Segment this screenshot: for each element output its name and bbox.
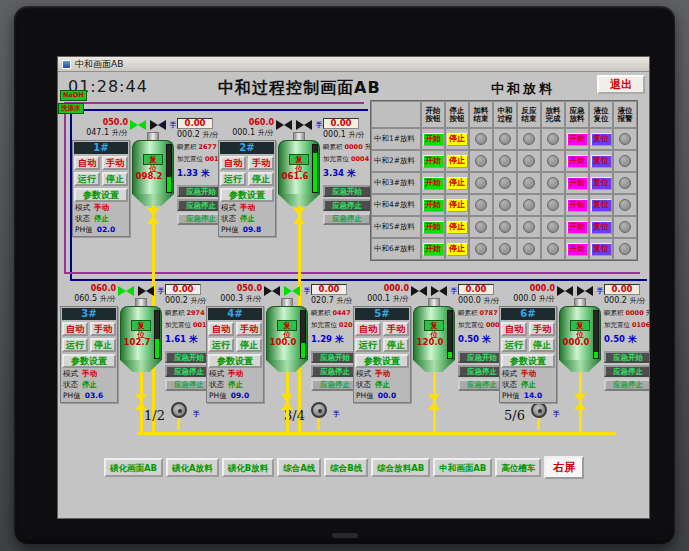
emergency-discharge-button[interactable]: 开始: [567, 177, 588, 190]
alkali-feed-valve-icon[interactable]: [138, 286, 154, 297]
params-button[interactable]: 参数设置: [74, 188, 128, 202]
alkali-feed-valve-icon[interactable]: [577, 286, 593, 297]
nav-button-磺化A放料[interactable]: 磺化A放料: [166, 458, 219, 477]
acid-feed-valve-icon[interactable]: [411, 286, 427, 297]
vessel-reset-button[interactable]: 复位: [570, 320, 590, 331]
start-button[interactable]: 开始: [423, 177, 444, 190]
alkali-feed-valve-icon[interactable]: [296, 120, 312, 131]
vessel-reset-button[interactable]: 复位: [143, 154, 163, 165]
stop-button[interactable]: 停止: [447, 199, 468, 212]
discharge-valve-icon[interactable]: [293, 208, 305, 224]
setpoint-display: 0.00: [165, 284, 201, 295]
vessel-reset-button[interactable]: 复位: [424, 320, 444, 331]
auto-button[interactable]: 自动: [74, 156, 100, 170]
discharge-valve-icon[interactable]: [147, 208, 159, 224]
nav-button-磺化画面AB[interactable]: 磺化画面AB: [104, 458, 163, 477]
level-reset-button[interactable]: 复位: [591, 199, 612, 212]
acid-feed-valve-icon[interactable]: [118, 286, 134, 297]
emergency-stop-button[interactable]: 应急停止: [604, 365, 649, 377]
auto-button[interactable]: 自动: [355, 322, 381, 336]
nav-button-高位槽车[interactable]: 高位槽车: [495, 458, 541, 477]
table-corner: [371, 101, 421, 128]
nav-button-综合放料AB[interactable]: 综合放料AB: [371, 458, 430, 477]
emergency-start-button[interactable]: 应急开始: [323, 185, 371, 197]
acid-feed-valve-icon[interactable]: [276, 120, 292, 131]
start-button[interactable]: 开始: [423, 221, 444, 234]
stop-button[interactable]: 停止: [447, 155, 468, 168]
run-button[interactable]: 运行: [208, 338, 234, 352]
discharge-valve-icon[interactable]: [135, 394, 147, 410]
start-button[interactable]: 开始: [423, 199, 444, 212]
discharge-valve-icon[interactable]: [281, 394, 293, 410]
manual-button[interactable]: 手动: [236, 322, 262, 336]
stop-button[interactable]: 停止: [447, 243, 468, 256]
emergency-discharge-button[interactable]: 开始: [567, 133, 588, 146]
acid-feed-valve-icon[interactable]: [130, 120, 146, 131]
emergency-discharge-button[interactable]: 开始: [567, 199, 588, 212]
stop-button[interactable]: 停止: [248, 172, 274, 186]
nav-button-磺化B放料[interactable]: 磺化B放料: [222, 458, 274, 477]
auto-button[interactable]: 自动: [62, 322, 88, 336]
emergency-discharge-button[interactable]: 开始: [567, 243, 588, 256]
stop-button[interactable]: 停止: [447, 177, 468, 190]
stop-button[interactable]: 停止: [102, 172, 128, 186]
level-reset-button[interactable]: 复位: [591, 243, 612, 256]
acid-feed-valve-icon[interactable]: [557, 286, 573, 297]
alkali-feed-valve-icon[interactable]: [284, 286, 300, 297]
emergency-discharge-button[interactable]: 开始: [567, 155, 588, 168]
vessel-reset-button[interactable]: 复位: [289, 154, 309, 165]
nav-button-综合A线[interactable]: 综合A线: [277, 458, 321, 477]
stop-button[interactable]: 停止: [447, 221, 468, 234]
start-button[interactable]: 开始: [423, 243, 444, 256]
emergency-start-button[interactable]: 应急开始: [311, 351, 359, 363]
alkali-feed-valve-icon[interactable]: [431, 286, 447, 297]
params-button[interactable]: 参数设置: [62, 354, 116, 368]
stop-button[interactable]: 停止: [236, 338, 262, 352]
auto-button[interactable]: 自动: [220, 156, 246, 170]
emergency-start-button[interactable]: 应急开始: [604, 351, 649, 363]
stop-button[interactable]: 停止: [529, 338, 555, 352]
run-button[interactable]: 运行: [501, 338, 527, 352]
acid-feed-valve-icon[interactable]: [264, 286, 280, 297]
discharge-valve-icon[interactable]: [574, 394, 586, 410]
alkali-feed-valve-icon[interactable]: [150, 120, 166, 131]
stop-button[interactable]: 停止: [447, 133, 468, 146]
start-button[interactable]: 开始: [423, 133, 444, 146]
table-cell: 开始: [565, 172, 589, 194]
nav-button-综合B线[interactable]: 综合B线: [324, 458, 368, 477]
level-reset-button[interactable]: 复位: [591, 133, 612, 146]
auto-button[interactable]: 自动: [208, 322, 234, 336]
start-button[interactable]: 开始: [423, 155, 444, 168]
stop-button[interactable]: 停止: [90, 338, 116, 352]
emergency-discharge-button[interactable]: 开始: [567, 221, 588, 234]
params-button[interactable]: 参数设置: [355, 354, 409, 368]
level-reset-button[interactable]: 复位: [591, 155, 612, 168]
manual-button[interactable]: 手动: [383, 322, 409, 336]
emergency-stop-button[interactable]: 应急停止: [311, 365, 359, 377]
params-button[interactable]: 参数设置: [501, 354, 555, 368]
auto-button[interactable]: 自动: [501, 322, 527, 336]
manual-button[interactable]: 手动: [90, 322, 116, 336]
level-reset-button[interactable]: 复位: [591, 177, 612, 190]
nav-button-右屏[interactable]: 右屏: [544, 456, 584, 479]
manual-button[interactable]: 手动: [102, 156, 128, 170]
run-button[interactable]: 运行: [220, 172, 246, 186]
exit-button[interactable]: 退出: [597, 75, 645, 94]
params-button[interactable]: 参数设置: [220, 188, 274, 202]
state-row: 状态停止: [220, 214, 274, 224]
stop-button[interactable]: 停止: [383, 338, 409, 352]
vessel-reset-button[interactable]: 复位: [131, 320, 151, 331]
discharge-valve-icon[interactable]: [428, 394, 440, 410]
vessel-nozzle: [428, 298, 440, 306]
manual-button[interactable]: 手动: [529, 322, 555, 336]
manual-button[interactable]: 手动: [248, 156, 274, 170]
params-button[interactable]: 参数设置: [208, 354, 262, 368]
run-button[interactable]: 运行: [74, 172, 100, 186]
vessel-reset-button[interactable]: 复位: [277, 320, 297, 331]
level-reset-button[interactable]: 复位: [591, 221, 612, 234]
status-lamp-icon: [547, 155, 559, 167]
run-button[interactable]: 运行: [62, 338, 88, 352]
nav-button-中和画面AB[interactable]: 中和画面AB: [433, 458, 492, 477]
emergency-stop-button[interactable]: 应急停止: [323, 199, 371, 211]
run-button[interactable]: 运行: [355, 338, 381, 352]
